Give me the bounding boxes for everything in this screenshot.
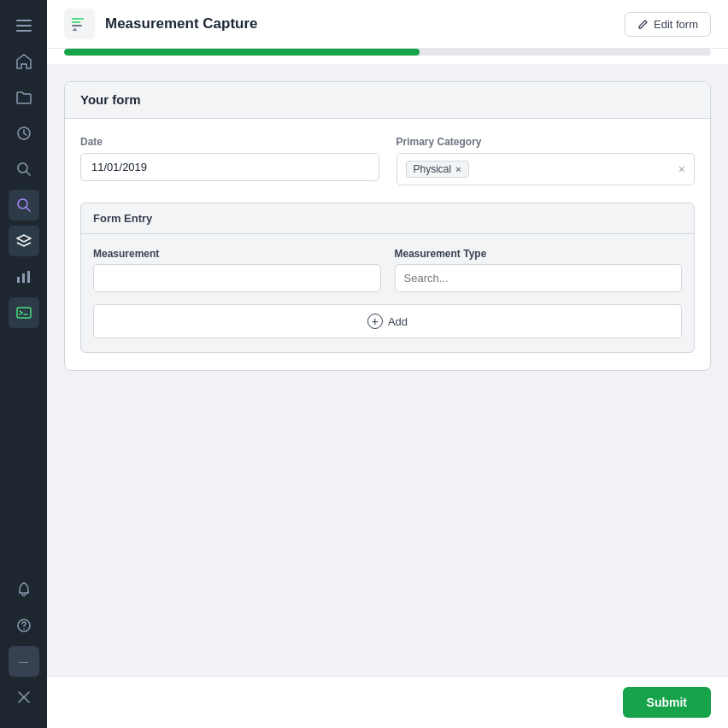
svg-rect-6 (17, 277, 20, 283)
menu-icon[interactable] (9, 10, 39, 41)
header-left: Measurement Capture (64, 9, 258, 39)
date-field-group: Date (80, 136, 379, 185)
sidebar: — (0, 0, 47, 728)
top-fields-row: Date Primary Category Physical × × (80, 136, 695, 185)
physical-tag-close[interactable]: × (455, 164, 461, 174)
edit-form-button[interactable]: Edit form (625, 12, 711, 37)
edit-form-label: Edit form (654, 18, 698, 31)
progress-track (64, 49, 711, 56)
svg-rect-0 (16, 20, 32, 21)
physical-tag: Physical × (406, 161, 469, 178)
footer: Submit (47, 676, 728, 728)
bell-icon[interactable] (9, 574, 39, 605)
add-icon: + (367, 314, 383, 329)
home-icon[interactable] (9, 46, 39, 77)
form-entry-body: Measurement Measurement Type + (81, 234, 694, 352)
measurement-type-label: Measurement Type (395, 248, 683, 260)
date-input[interactable] (80, 153, 379, 181)
svg-rect-14 (72, 25, 82, 26)
submit-button[interactable]: Submit (623, 687, 711, 718)
measurement-type-input[interactable] (395, 264, 683, 292)
svg-rect-12 (72, 18, 84, 20)
code-icon[interactable] (9, 297, 39, 328)
search-icon[interactable] (9, 154, 39, 185)
date-label: Date (80, 136, 379, 148)
category-tag-input[interactable]: Physical × × (396, 153, 696, 185)
chart-icon[interactable] (9, 261, 39, 292)
primary-category-field-group: Primary Category Physical × × (396, 136, 696, 185)
form-entry-header: Form Entry (81, 203, 694, 234)
svg-rect-15 (73, 30, 77, 31)
sidebar-bottom: — (9, 574, 39, 718)
svg-point-4 (18, 163, 27, 173)
header: Measurement Capture Edit form (47, 0, 728, 49)
entry-row: Measurement Measurement Type (93, 248, 682, 292)
primary-category-label: Primary Category (396, 136, 696, 148)
form-entry-label: Form Entry (93, 212, 152, 225)
svg-rect-1 (16, 25, 32, 26)
measurement-input[interactable] (93, 264, 381, 292)
history-icon[interactable] (9, 118, 39, 149)
form-card-body: Date Primary Category Physical × × (65, 119, 710, 370)
search2-icon[interactable] (9, 190, 39, 220)
form-card: Your form Date Primary Category Physical (64, 81, 711, 371)
measurement-label: Measurement (93, 248, 381, 260)
svg-rect-9 (17, 308, 31, 318)
folder-icon[interactable] (9, 82, 39, 113)
svg-rect-2 (16, 30, 32, 32)
measurement-field: Measurement (93, 248, 381, 292)
page-title: Measurement Capture (105, 15, 258, 32)
progress-bar-container (47, 49, 728, 64)
content-area: Your form Date Primary Category Physical (47, 64, 728, 676)
help-icon[interactable] (9, 610, 39, 641)
svg-rect-7 (22, 273, 25, 283)
svg-point-5 (18, 199, 27, 208)
progress-fill (64, 49, 420, 56)
svg-point-11 (23, 628, 25, 630)
form-card-title: Your form (80, 92, 141, 107)
form-card-header: Your form (65, 82, 710, 119)
page-icon (64, 9, 95, 39)
svg-rect-8 (27, 271, 30, 283)
submit-label: Submit (647, 696, 687, 709)
category-clear-icon[interactable]: × (678, 162, 685, 176)
form-entry-section: Form Entry Measurement Measurement Type (80, 203, 695, 353)
add-label: Add (388, 315, 408, 328)
measurement-type-field: Measurement Type (395, 248, 683, 292)
main-content: Measurement Capture Edit form Your form … (47, 0, 728, 728)
layers-icon[interactable] (9, 226, 39, 256)
physical-tag-label: Physical (414, 163, 452, 175)
svg-rect-13 (72, 21, 80, 23)
user-avatar[interactable]: — (9, 646, 39, 677)
add-button[interactable]: + Add (93, 304, 682, 338)
close-icon[interactable] (9, 682, 39, 713)
